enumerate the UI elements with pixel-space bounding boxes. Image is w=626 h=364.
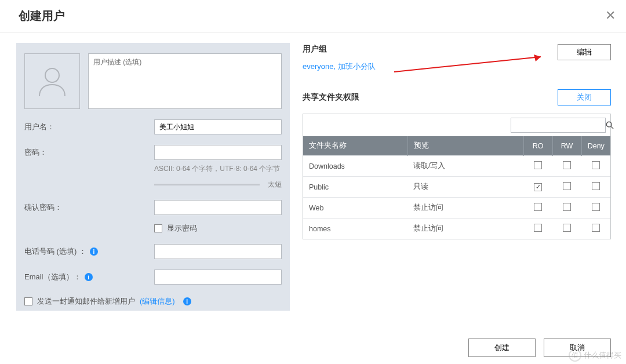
password-hint: ASCII: 0-64 个字符，UTF-8: 0-64 个字节 — [154, 163, 282, 174]
col-ro[interactable]: RO — [523, 136, 552, 156]
phone-field[interactable] — [154, 244, 282, 259]
search-input-wrapper — [511, 118, 606, 133]
search-icon[interactable] — [605, 118, 614, 132]
table-row: Downloads读取/写入 — [303, 156, 610, 177]
deny-checkbox[interactable] — [592, 161, 600, 169]
col-rw[interactable]: RW — [552, 136, 581, 156]
user-icon — [34, 63, 71, 100]
rw-checkbox[interactable] — [563, 161, 571, 169]
username-label: 用户名： — [24, 122, 154, 132]
table-row: homes禁止访问 — [303, 219, 610, 239]
folder-name: Downloads — [303, 156, 407, 177]
folder-preview: 读取/写入 — [407, 156, 523, 177]
confirm-password-label: 确认密码： — [24, 202, 154, 213]
info-icon[interactable]: i — [183, 297, 191, 305]
folder-preview: 禁止访问 — [407, 198, 523, 219]
folder-name: homes — [303, 219, 407, 239]
phone-label: 电话号码 (选填) ： — [24, 246, 86, 257]
ro-checkbox[interactable] — [534, 183, 542, 191]
confirm-password-field[interactable] — [154, 200, 282, 215]
svg-point-1 — [606, 122, 612, 127]
svg-point-0 — [45, 68, 59, 82]
user-groups-list[interactable]: everyone, 加班小分队 — [303, 61, 376, 72]
svg-line-2 — [611, 126, 613, 129]
watermark-text: 什么值得买 — [584, 350, 621, 361]
password-label: 密码： — [24, 147, 154, 158]
edit-info-link[interactable]: (编辑信息) — [140, 296, 175, 307]
user-info-panel: 用户名： 密码： ASCII: 0-64 个字符，UTF-8: 0-64 个字节… — [16, 43, 290, 311]
email-label: Email（选填）： — [24, 272, 81, 282]
folder-preview: 禁止访问 — [407, 219, 523, 239]
watermark: 值 什么值得买 — [569, 349, 621, 362]
folder-preview: 只读 — [407, 177, 523, 198]
create-button[interactable]: 创建 — [468, 338, 536, 357]
show-password-checkbox[interactable] — [154, 224, 162, 232]
password-strength-meter — [154, 184, 260, 185]
send-mail-checkbox[interactable] — [24, 297, 32, 305]
close-button[interactable]: 关闭 — [558, 89, 611, 105]
send-mail-label: 发送一封通知邮件给新增用户 — [37, 296, 135, 307]
user-group-title: 用户组 — [303, 44, 376, 54]
search-input[interactable] — [511, 121, 605, 129]
ro-checkbox[interactable] — [534, 224, 542, 232]
page-title: 创建用户 — [19, 8, 65, 24]
col-name[interactable]: 文件夹名称 — [303, 136, 407, 156]
username-field[interactable] — [154, 119, 282, 134]
deny-checkbox[interactable] — [592, 203, 600, 211]
shared-folder-title: 共享文件夹权限 — [303, 92, 359, 103]
show-password-label: 显示密码 — [167, 223, 197, 234]
info-icon[interactable]: i — [90, 247, 98, 256]
email-field[interactable] — [154, 270, 282, 285]
permissions-panel: 用户组 everyone, 加班小分队 编辑 共享文件夹权限 关闭 — [290, 32, 626, 311]
ro-checkbox[interactable] — [534, 161, 542, 169]
rw-checkbox[interactable] — [563, 203, 571, 211]
col-deny[interactable]: Deny — [581, 136, 610, 156]
table-row: Public只读 — [303, 177, 610, 198]
rw-checkbox[interactable] — [563, 224, 571, 232]
deny-checkbox[interactable] — [592, 182, 600, 190]
password-field[interactable] — [154, 145, 282, 160]
avatar[interactable] — [24, 53, 80, 109]
description-field[interactable] — [88, 53, 282, 109]
permissions-table: 文件夹名称 预览 RO RW Deny Downloads读取/写入Public… — [303, 136, 610, 239]
ro-checkbox[interactable] — [534, 203, 542, 211]
folder-name: Public — [303, 177, 407, 198]
close-icon[interactable]: ✕ — [605, 8, 616, 23]
edit-button[interactable]: 编辑 — [558, 44, 611, 60]
folder-name: Web — [303, 198, 407, 219]
password-strength-label: 太短 — [268, 180, 282, 190]
watermark-badge-icon: 值 — [569, 349, 581, 362]
col-preview[interactable]: 预览 — [407, 136, 523, 156]
rw-checkbox[interactable] — [563, 182, 571, 190]
table-row: Web禁止访问 — [303, 198, 610, 219]
info-icon[interactable]: i — [85, 273, 93, 281]
deny-checkbox[interactable] — [592, 224, 600, 232]
